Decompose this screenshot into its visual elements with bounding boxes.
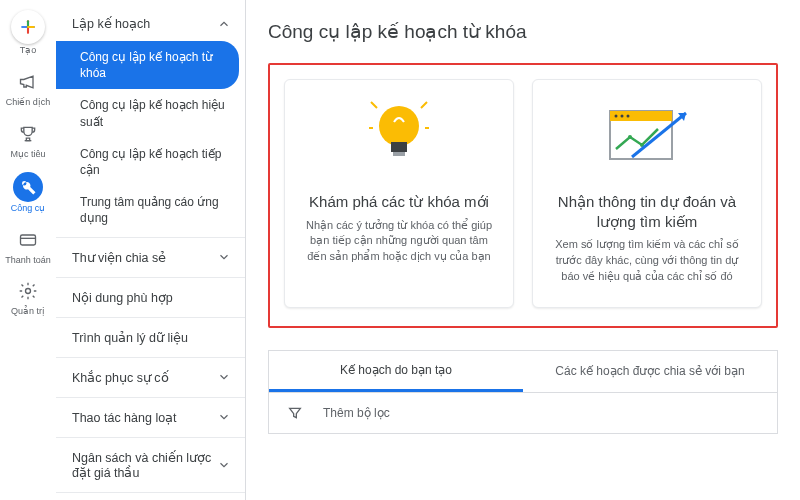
filter-icon <box>287 405 303 421</box>
chevron-up-icon <box>217 17 231 31</box>
rail-goals-label: Mục tiêu <box>10 150 45 160</box>
sidebar-item-content-suitability[interactable]: Nội dung phù hợp <box>56 280 245 315</box>
highlighted-card-row: Khám phá các từ khóa mới Nhận các ý tưởn… <box>268 63 778 328</box>
rail-admin-label: Quản trị <box>11 307 45 317</box>
svg-rect-3 <box>391 142 407 152</box>
rail-create-label: Tạo <box>20 46 37 56</box>
rail-billing[interactable]: Thanh toán <box>0 226 56 266</box>
sidebar-section-shared-label: Thư viện chia sẻ <box>72 250 166 265</box>
filter-row[interactable]: Thêm bộ lọc <box>268 392 778 434</box>
filter-placeholder: Thêm bộ lọc <box>323 406 390 420</box>
rail-goals[interactable]: Mục tiêu <box>0 120 56 160</box>
svg-point-10 <box>628 135 632 139</box>
svg-rect-6 <box>610 111 672 121</box>
card-discover-desc: Nhận các ý tưởng từ khóa có thể giúp bạn… <box>305 218 493 266</box>
megaphone-icon <box>14 68 42 96</box>
sidebar: Lập kế hoạch Công cụ lập kế hoạch từ khó… <box>56 0 246 500</box>
sidebar-section-bulk-label: Thao tác hàng loạt <box>72 410 177 425</box>
sidebar-item-data-manager[interactable]: Trình quản lý dữ liệu <box>56 320 245 355</box>
sidebar-item-data-manager-label: Trình quản lý dữ liệu <box>72 330 188 345</box>
rail-campaigns[interactable]: Chiến dịch <box>0 68 56 108</box>
sidebar-item-app-ads-hub[interactable]: Trung tâm quảng cáo ứng dụng <box>56 186 245 234</box>
sidebar-item-performance-planner[interactable]: Công cụ lập kế hoạch hiệu suất <box>56 89 245 137</box>
tab-my-plans[interactable]: Kế hoạch do bạn tạo <box>269 351 523 392</box>
svg-rect-4 <box>393 152 405 156</box>
svg-point-2 <box>379 106 419 146</box>
tab-shared-plans[interactable]: Các kế hoạch được chia sẻ với bạn <box>523 351 777 392</box>
card-forecast-desc: Xem số lượng tìm kiếm và các chỉ số trướ… <box>553 237 741 285</box>
rail-admin[interactable]: Quản trị <box>0 277 56 317</box>
svg-point-9 <box>627 115 630 118</box>
card-forecast[interactable]: Nhận thông tin dự đoán và lượng tìm kiếm… <box>532 79 762 308</box>
rail-billing-label: Thanh toán <box>5 256 51 266</box>
card-icon <box>14 226 42 254</box>
sidebar-item-keyword-planner[interactable]: Công cụ lập kế hoạch từ khóa <box>56 41 239 89</box>
chart-arrow-icon <box>602 98 692 178</box>
left-icon-rail: Tạo Chiến dịch Mục tiêu Công cụ Thanh to… <box>0 0 56 500</box>
sidebar-section-troubleshoot[interactable]: Khắc phục sự cố <box>56 360 245 395</box>
rail-campaigns-label: Chiến dịch <box>6 98 51 108</box>
sidebar-section-planning-label: Lập kế hoạch <box>72 16 150 31</box>
rail-tools-label: Công cụ <box>11 204 46 214</box>
wrench-icon <box>13 172 43 202</box>
rail-create[interactable]: Tạo <box>0 10 56 56</box>
sidebar-section-budgets-label: Ngân sách và chiến lược đặt giá thầu <box>72 450 217 480</box>
rail-tools[interactable]: Công cụ <box>0 172 56 214</box>
svg-point-8 <box>621 115 624 118</box>
sidebar-section-troubleshoot-label: Khắc phục sự cố <box>72 370 169 385</box>
sidebar-section-bulk[interactable]: Thao tác hàng loạt <box>56 400 245 435</box>
chevron-down-icon <box>217 250 231 264</box>
plans-tabs: Kế hoạch do bạn tạo Các kế hoạch được ch… <box>268 350 778 392</box>
svg-point-7 <box>615 115 618 118</box>
chevron-down-icon <box>217 370 231 384</box>
chevron-down-icon <box>217 458 231 472</box>
gear-icon <box>14 277 42 305</box>
lightbulb-icon <box>369 98 429 178</box>
plus-icon <box>11 10 45 44</box>
chevron-down-icon <box>217 410 231 424</box>
sidebar-item-bizdata[interactable]: Dữ liệu doanh nghiệp <box>56 495 245 501</box>
sidebar-item-reach-planner[interactable]: Công cụ lập kế hoạch tiếp cận <box>56 138 245 186</box>
sidebar-section-shared[interactable]: Thư viện chia sẻ <box>56 240 245 275</box>
card-discover-keywords[interactable]: Khám phá các từ khóa mới Nhận các ý tưởn… <box>284 79 514 308</box>
card-forecast-title: Nhận thông tin dự đoán và lượng tìm kiếm <box>553 192 741 231</box>
main-content: Công cụ lập kế hoạch từ khóa Khám phá cá… <box>246 0 800 500</box>
sidebar-item-content-suitability-label: Nội dung phù hợp <box>72 290 173 305</box>
sidebar-section-planning[interactable]: Lập kế hoạch <box>56 6 245 41</box>
page-title: Công cụ lập kế hoạch từ khóa <box>268 20 778 43</box>
svg-point-1 <box>26 289 31 294</box>
sidebar-section-budgets[interactable]: Ngân sách và chiến lược đặt giá thầu <box>56 440 245 490</box>
card-discover-title: Khám phá các từ khóa mới <box>309 192 489 212</box>
trophy-icon <box>14 120 42 148</box>
svg-rect-0 <box>21 235 36 245</box>
